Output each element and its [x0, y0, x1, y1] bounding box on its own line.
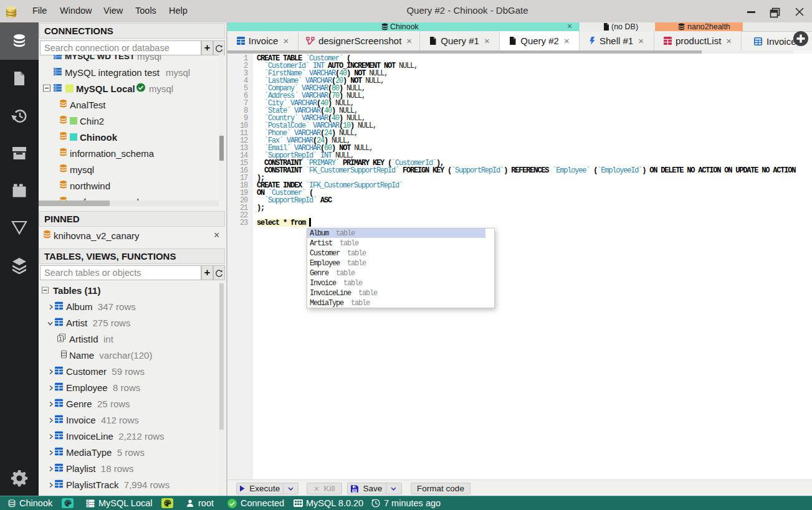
svg-text:1: 1	[59, 336, 62, 342]
